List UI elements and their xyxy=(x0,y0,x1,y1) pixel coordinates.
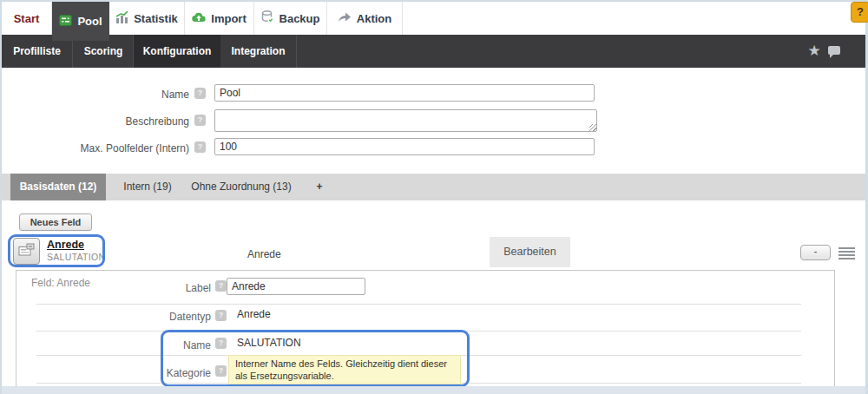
field-type-value: Anrede xyxy=(247,248,281,260)
max-poolfelder-field-label: Max. Poolfelder (Intern) xyxy=(35,142,189,154)
nav-item-statistik[interactable]: Statistik xyxy=(109,2,185,35)
beschreibung-field-label: Beschreibung xyxy=(50,115,189,128)
nav-start-label: Start xyxy=(14,12,40,25)
nav-statistik-label: Statistik xyxy=(134,12,178,25)
field-detail-heading: Feld: Anrede xyxy=(31,277,90,289)
help-tooltip: Interner Name des Felds. Gleichzeitig di… xyxy=(228,355,461,384)
max-poolfelder-help-icon[interactable]: ? xyxy=(194,141,206,153)
drag-handle-icon[interactable] xyxy=(838,247,855,261)
collapse-button[interactable]: - xyxy=(800,245,831,260)
name-help-icon[interactable]: ? xyxy=(194,88,206,99)
bearbeiten-button[interactable]: Bearbeiten xyxy=(490,237,570,267)
import-cloud-icon xyxy=(192,12,206,25)
tab-basisdaten[interactable]: Basisdaten (12) xyxy=(10,174,106,200)
nav-item-import[interactable]: Import xyxy=(185,2,254,35)
comment-bubble-icon[interactable] xyxy=(828,46,840,55)
app-window: Start Pool Statistik Import Backup xyxy=(0,0,868,394)
page-top-border xyxy=(0,0,868,2)
neues-feld-button[interactable]: Neues Feld xyxy=(19,213,92,231)
datentyp-help-icon[interactable]: ? xyxy=(215,310,227,321)
top-navigation: Start Pool Statistik Import Backup xyxy=(2,2,866,35)
help-button[interactable]: ? xyxy=(851,2,868,23)
name-input[interactable] xyxy=(214,84,595,102)
nav-backup-label: Backup xyxy=(279,12,320,25)
beschreibung-textarea[interactable] xyxy=(214,109,597,132)
label-help-icon[interactable]: ? xyxy=(215,280,227,292)
beschreibung-help-icon[interactable]: ? xyxy=(194,115,206,126)
nav-item-start[interactable]: Start xyxy=(2,2,52,35)
max-poolfelder-input[interactable] xyxy=(214,138,595,155)
tab-add-button[interactable]: + xyxy=(310,174,329,200)
datentyp-field-label: Datentyp xyxy=(124,311,211,323)
field-tabstrip: Basisdaten (12) Intern (19) Ohne Zuordnu… xyxy=(2,174,866,200)
nav-item-aktion[interactable]: Aktion xyxy=(327,2,403,35)
row-divider xyxy=(36,304,801,305)
label-input[interactable] xyxy=(227,278,365,295)
nav-item-backup[interactable]: Backup xyxy=(254,2,327,35)
statistik-icon xyxy=(115,11,128,26)
name-field-label: Name xyxy=(50,89,189,101)
pool-icon xyxy=(59,15,72,29)
page-bottom-bar xyxy=(0,386,868,394)
nav-pool-label: Pool xyxy=(77,15,102,28)
tab-ohne-zuordnung[interactable]: Ohne Zuordnung (13) xyxy=(189,174,293,200)
subnav-item-integration[interactable]: Integration xyxy=(220,35,297,68)
nav-aktion-label: Aktion xyxy=(357,12,391,25)
tab-intern[interactable]: Intern (19) xyxy=(115,174,181,200)
favorite-star-icon[interactable]: ★ xyxy=(805,35,824,68)
highlight-box-field xyxy=(8,234,105,267)
subnav-item-konfiguration[interactable]: Konfiguration xyxy=(134,35,220,68)
nav-import-label: Import xyxy=(211,12,246,25)
backup-database-icon xyxy=(261,10,274,26)
aktion-arrow-icon xyxy=(338,11,352,25)
textarea-resize-handle[interactable] xyxy=(589,124,596,131)
sub-navigation: Profilliste Scoring Konfiguration Integr… xyxy=(2,35,866,68)
label-field-label: Label xyxy=(124,282,211,294)
page-left-border xyxy=(0,0,2,394)
datentyp-value: Anrede xyxy=(237,308,271,320)
nav-item-pool[interactable]: Pool xyxy=(52,2,109,41)
